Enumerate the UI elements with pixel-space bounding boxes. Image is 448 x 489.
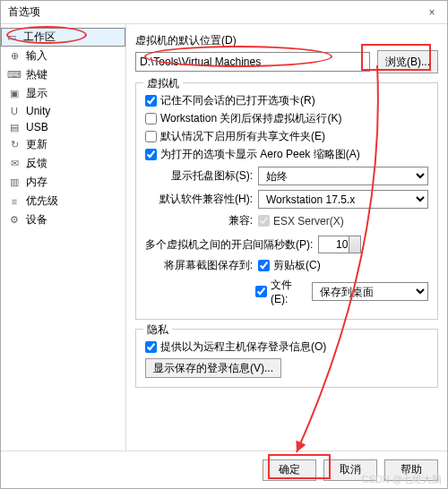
sidebar-item-updates[interactable]: ↻更新 (1, 135, 125, 154)
tray-icon-label: 显示托盘图标(S): (145, 168, 258, 184)
tray-icon-select[interactable]: 始终 (258, 167, 428, 185)
compat-label: 默认软件兼容性(H): (145, 192, 258, 207)
title-bar: 首选项 × (1, 1, 447, 24)
privacy-group: 隐私 提供以为远程主机保存登录信息(O) 显示保存的登录信息(V)... (135, 329, 438, 388)
window-title: 首选项 (8, 4, 40, 20)
browse-button[interactable]: 浏览(B)... (377, 50, 438, 73)
input-icon: ⊕ (8, 50, 21, 63)
close-icon[interactable]: × (424, 4, 440, 21)
sidebar-item-label: 优先级 (26, 193, 58, 209)
checkbox-remote-login[interactable]: 提供以为远程主机保存登录信息(O) (145, 339, 428, 355)
memory-icon: ▥ (8, 176, 21, 189)
sidebar-item-label: 显示 (26, 86, 47, 101)
sidebar-item-devices[interactable]: ⚙设备 (1, 210, 125, 229)
compat-row-label: 兼容: (145, 213, 258, 228)
ok-button[interactable]: 确定 (263, 459, 316, 481)
sidebar-item-display[interactable]: ▣显示 (1, 84, 125, 103)
sidebar-item-input[interactable]: ⊕输入 (1, 47, 125, 65)
usb-icon: ▤ (8, 121, 21, 133)
sidebar-item-label: 设备 (26, 212, 47, 227)
workspace-icon: ▭ (5, 31, 18, 44)
sidebar-item-usb[interactable]: ▤USB (1, 119, 125, 135)
sidebar-item-workspace[interactable]: ▭工作区 (1, 28, 125, 47)
main-panel: 虚拟机的默认位置(D) D:\Tools\Virtual Machines 浏览… (126, 24, 447, 450)
display-icon: ▣ (8, 88, 21, 100)
sidebar-item-label: Unity (26, 105, 50, 117)
checkbox-esx[interactable]: ESX Server(X) (258, 215, 344, 227)
sidebar-item-memory[interactable]: ▥内存 (1, 173, 125, 192)
checkbox-clipboard[interactable]: 剪贴板(C) (258, 258, 321, 273)
sidebar-item-label: 更新 (26, 137, 47, 152)
sidebar-item-label: 反馈 (26, 156, 47, 171)
compat-select[interactable]: Workstation 17.5.x (258, 190, 428, 209)
sidebar-item-label: 内存 (26, 175, 47, 190)
sidebar-item-label: 输入 (26, 48, 47, 64)
sidebar-item-label: USB (26, 121, 48, 133)
priority-icon: ≡ (8, 195, 21, 208)
sidebar-item-label: 工作区 (23, 30, 56, 45)
privacy-group-title: 隐私 (143, 322, 172, 338)
vm-group: 虚拟机 记住不同会话的已打开选项卡(R) Workstation 关闭后保持虚拟… (135, 82, 438, 320)
sidebar-item-priority[interactable]: ≡优先级 (1, 192, 125, 210)
delay-spinner[interactable]: 10 (318, 236, 361, 253)
checkbox-keep-running[interactable]: Workstation 关闭后保持虚拟机运行(K) (145, 111, 428, 126)
unity-icon: U (8, 105, 21, 117)
update-icon: ↻ (8, 139, 21, 151)
sidebar-item-unity[interactable]: UUnity (1, 103, 125, 119)
screenshot-label: 将屏幕截图保存到: (145, 258, 258, 273)
vm-group-title: 虚拟机 (143, 76, 183, 91)
checkbox-remember-tabs[interactable]: 记住不同会话的已打开选项卡(R) (145, 93, 428, 108)
show-saved-login-button[interactable]: 显示保存的登录信息(V)... (145, 358, 281, 378)
delay-label: 多个虚拟机之间的开启间隔秒数(P): (145, 237, 313, 253)
sidebar-item-label: 热键 (26, 67, 47, 82)
dialog-body: ▭工作区 ⊕输入 ⌨热键 ▣显示 UUnity ▤USB ↻更新 ✉反馈 ▥内存… (1, 24, 447, 450)
sidebar: ▭工作区 ⊕输入 ⌨热键 ▣显示 UUnity ▤USB ↻更新 ✉反馈 ▥内存… (1, 24, 126, 450)
sidebar-item-hotkeys[interactable]: ⌨热键 (1, 65, 125, 84)
checkbox-shared-folders[interactable]: 默认情况下启用所有共享文件夹(E) (145, 129, 428, 144)
checkbox-file[interactable]: 文件(E): (255, 278, 308, 305)
default-location-label: 虚拟机的默认位置(D) (135, 33, 438, 48)
hotkey-icon: ⌨ (8, 69, 21, 82)
feedback-icon: ✉ (8, 158, 21, 170)
sidebar-item-feedback[interactable]: ✉反馈 (1, 154, 125, 173)
file-location-select[interactable]: 保存到桌面 (312, 282, 428, 301)
devices-icon: ⚙ (8, 214, 21, 227)
default-location-input[interactable]: D:\Tools\Virtual Machines (135, 52, 370, 72)
watermark: CSDN @七维大脑 (362, 473, 442, 486)
preferences-dialog: 首选项 × ▭工作区 ⊕输入 ⌨热键 ▣显示 UUnity ▤USB ↻更新 ✉… (0, 0, 448, 489)
checkbox-aero-peek[interactable]: 为打开的选项卡显示 Aero Peek 缩略图(A) (145, 147, 428, 162)
